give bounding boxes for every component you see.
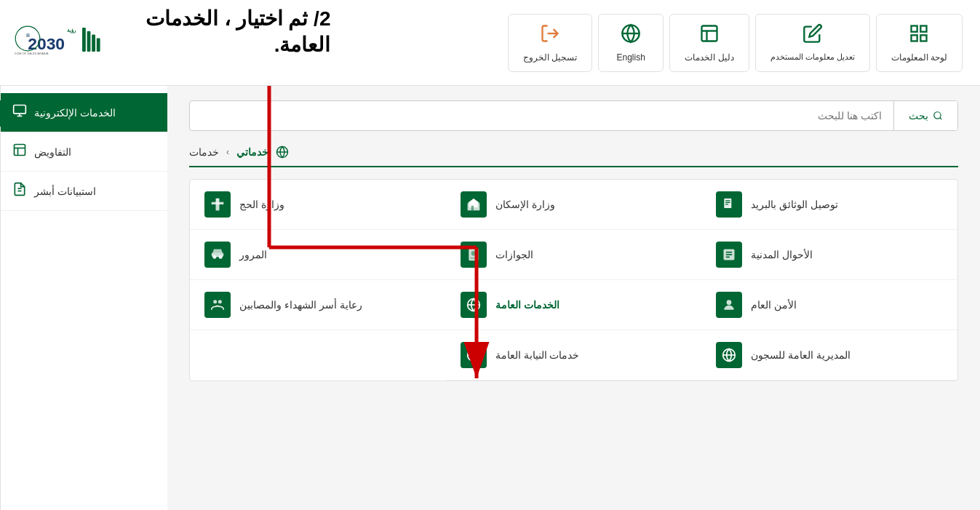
sidebar-item-e-services-label: الخدمات الإلكترونية (34, 107, 116, 119)
svg-point-42 (212, 255, 216, 259)
svg-rect-57 (15, 145, 25, 156)
nav-english[interactable]: English (598, 14, 664, 72)
sidebar-item-negotiations[interactable]: التفاويض (1, 132, 167, 172)
svg-point-33 (216, 199, 218, 201)
breadcrumb-my-services[interactable]: خدماتي (236, 146, 268, 158)
svg-rect-3 (701, 25, 717, 41)
service-label-docs-delivery: توصيل الوثائق بالبريد (751, 199, 838, 210)
sidebar-item-e-services[interactable]: الخدمات الإلكترونية (1, 93, 167, 132)
service-icon-traffic (204, 242, 231, 268)
svg-line-20 (940, 118, 942, 120)
service-label-passports: الجوازات (495, 249, 533, 260)
svg-rect-23 (725, 199, 732, 208)
svg-point-39 (471, 251, 476, 256)
svg-rect-7 (921, 25, 927, 31)
service-icon-martyrs-care (204, 292, 231, 318)
service-label-prisons: المديرية العامة للسجون (751, 349, 850, 361)
service-item-general-services[interactable]: الخدمات العامة (446, 280, 702, 330)
svg-rect-13 (87, 31, 91, 51)
svg-text:KINGDOM OF SAUDI ARABIA: KINGDOM OF SAUDI ARABIA (15, 52, 49, 55)
svg-rect-26 (725, 204, 728, 204)
svg-point-48 (213, 300, 217, 303)
service-item-traffic[interactable]: المرور (190, 230, 446, 280)
nav-logout-label: تسجيل الخروج (523, 52, 577, 63)
sidebar-item-absher-surveys[interactable]: استبيانات أبشر (1, 172, 167, 211)
service-item-housing[interactable]: وزارة الإسكان (446, 180, 702, 230)
services-grid: توصيل الوثائق بالبريد وزارة الإسكان (189, 179, 958, 381)
service-label-martyrs-care: رعاية أسر الشهداء والمصابين (239, 299, 362, 311)
service-label-prosecution: خدمات النيابة العامة (495, 349, 580, 361)
service-icon-hajj (204, 191, 231, 218)
svg-marker-44 (212, 250, 222, 252)
nav-guide-label: دليل الخدمات (685, 52, 733, 63)
service-label-hajj: وزارة الحج (239, 199, 284, 210)
svg-rect-54 (14, 105, 26, 114)
svg-rect-8 (921, 35, 927, 41)
service-icon-prisons (716, 342, 742, 368)
svg-rect-29 (471, 206, 473, 211)
service-icon-civil-affairs (716, 242, 742, 268)
svg-rect-12 (82, 28, 86, 52)
globe-icon (621, 23, 641, 48)
sidebar-item-absher-surveys-label: استبيانات أبشر (34, 186, 96, 197)
absher-surveys-icon (12, 182, 27, 200)
svg-rect-9 (912, 35, 917, 41)
dashboard-icon (909, 23, 929, 48)
svg-rect-40 (470, 258, 477, 258)
svg-rect-14 (92, 34, 95, 51)
svg-marker-30 (467, 199, 479, 204)
service-item-prisons[interactable]: المديرية العامة للسجون (701, 330, 957, 380)
service-icon-public-security (716, 292, 742, 318)
service-item-public-security[interactable]: الأمن العام (701, 280, 957, 330)
nav-services-guide[interactable]: دليل الخدمات (669, 14, 749, 72)
svg-point-49 (218, 300, 222, 303)
svg-rect-6 (912, 25, 917, 31)
negotiations-icon (12, 143, 27, 161)
search-button[interactable]: بحث (893, 101, 957, 130)
service-icon-docs-delivery (716, 191, 742, 218)
service-icon-passports (461, 242, 487, 268)
search-icon (933, 111, 943, 121)
service-label-general-services: الخدمات العامة (495, 299, 559, 311)
nav-bar: تسجيل الخروج English دليل (505, 14, 965, 72)
svg-point-45 (727, 300, 732, 305)
svg-rect-15 (97, 38, 100, 52)
center-content: بحث خدماتي › خدمات توصيل الوثائق بالبريد (167, 86, 980, 510)
sidebar: ‹ الخدمات الإلكترونية التفاويض (0, 86, 167, 510)
service-icon-general-services (461, 292, 487, 318)
svg-rect-32 (212, 202, 224, 204)
globe-breadcrumb-icon (276, 146, 289, 159)
service-label-traffic: المرور (239, 249, 267, 260)
service-label-public-security: الأمن العام (751, 299, 797, 311)
nav-edit-user-label: تعديل معلومات المستخدم (770, 52, 855, 62)
breadcrumb-separator: › (226, 147, 229, 157)
nav-logout[interactable]: تسجيل الخروج (508, 14, 592, 72)
service-item-passports[interactable]: الجوازات (446, 230, 702, 280)
nav-english-label: English (617, 52, 645, 63)
nav-edit-user[interactable]: تعديل معلومات المستخدم (755, 14, 870, 72)
breadcrumb: خدماتي › خدمات (189, 146, 958, 167)
nav-dashboard-label: لوحة المعلومات (891, 52, 947, 63)
service-item-docs-delivery[interactable]: توصيل الوثائق بالبريد (701, 180, 957, 230)
service-item-martyrs-care[interactable]: رعاية أسر الشهداء والمصابين (190, 280, 446, 330)
service-icon-prosecution (461, 342, 487, 368)
search-input[interactable] (190, 101, 893, 130)
edit-icon (802, 23, 823, 48)
service-item-hajj[interactable]: وزارة الحج (190, 180, 446, 230)
svg-point-19 (934, 112, 941, 119)
e-services-icon (12, 103, 27, 121)
breadcrumb-services[interactable]: خدمات (189, 146, 219, 158)
annotation-text: 2/ ثم اختيار ، الخدمات العامة. (146, 6, 330, 59)
sidebar-toggle[interactable]: ‹ (0, 100, 1, 127)
service-label-civil-affairs: الأحوال المدنية (751, 249, 813, 260)
service-item-civil-affairs[interactable]: الأحوال المدنية (701, 230, 957, 280)
service-item-prosecution[interactable]: خدمات النيابة العامة (446, 330, 702, 380)
service-icon-housing (461, 191, 487, 218)
search-button-label: بحث (909, 110, 928, 121)
service-label-housing: وزارة الإسكان (495, 199, 555, 210)
svg-text:رؤية: رؤية (67, 28, 76, 33)
svg-text:2030: 2030 (28, 34, 65, 53)
nav-dashboard[interactable]: لوحة المعلومات (876, 14, 963, 72)
sidebar-item-negotiations-label: التفاويض (34, 146, 71, 158)
svg-rect-25 (725, 202, 730, 203)
